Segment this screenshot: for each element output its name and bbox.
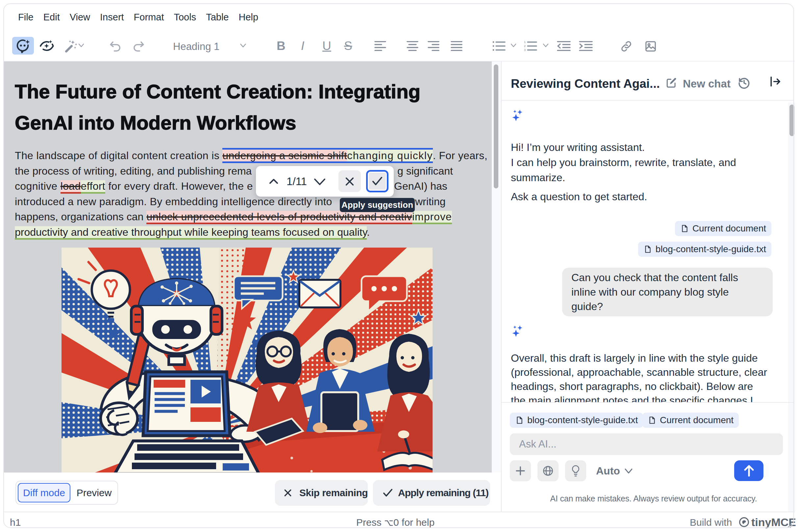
svg-text:2: 2 [524, 44, 526, 48]
svg-text:3: 3 [524, 48, 526, 51]
svg-text:1: 1 [524, 41, 526, 44]
